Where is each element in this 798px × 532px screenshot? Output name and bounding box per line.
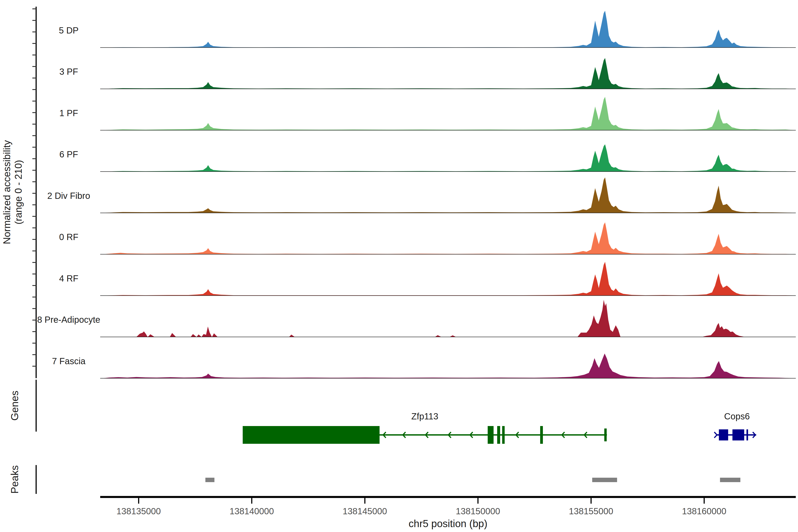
y-axis-label-line2: (range 0 - 210) [13,160,24,224]
x-axis-tick-label: 138150000 [456,506,500,516]
gene-exon [488,426,494,444]
coverage-area [102,222,796,254]
track-label: 5 DP [59,25,79,35]
coverage-area [102,262,796,296]
gene-exon [502,426,505,444]
track-label: 1 PF [59,108,78,118]
gene-models: Zfp113Cops6 [243,412,756,444]
track-label: 4 RF [59,273,78,283]
track-label: 3 PF [59,67,78,76]
gene-strand-arrow [714,432,717,438]
x-axis-tick-label: 138145000 [343,506,387,516]
coverage-area [102,144,796,172]
genes-section-label: Genes [9,391,20,421]
coverage-area [102,177,796,213]
track-label: 7 Fascia [52,356,86,366]
peak-region [592,478,617,482]
y-axis-label-line1: Normalized accessibility [1,140,12,244]
gene-exon [733,430,744,440]
coverage-tracks: 5 DP3 PF1 PF6 PF2 Div Fibro0 RF4 RF8 Pre… [37,11,796,378]
gene-exon [719,430,728,440]
coverage-figure: Normalized accessibility (range 0 - 210)… [0,0,798,532]
gene-label: Cops6 [724,412,750,421]
x-axis-tick-label: 138160000 [682,506,726,516]
x-axis-tick-label: 138140000 [230,506,274,516]
gene-exon [497,426,500,444]
track-label: 8 Pre-Adipocyte [37,315,100,324]
gene-exon [243,426,380,444]
x-axis-tick-label: 138155000 [569,506,613,516]
gene-exon [604,429,607,441]
axis-brackets [32,7,36,494]
x-axis-title: chr5 position (bp) [408,518,487,529]
peak-boxes [206,478,740,482]
gene-exon [540,426,543,444]
x-axis: 1381350001381400001381450001381500001381… [100,497,796,516]
genome-tracks-plot: Normalized accessibility (range 0 - 210)… [0,0,798,532]
coverage-area [102,354,796,378]
coverage-area [102,58,796,89]
coverage-area [102,300,796,337]
coverage-area [102,11,796,48]
peak-region [206,478,214,482]
track-label: 0 RF [59,232,78,242]
gene-label: Zfp113 [412,412,438,421]
track-label: 6 PF [59,149,78,159]
gene-exon [746,430,748,440]
peaks-section-label: Peaks [9,465,20,494]
peak-region [720,478,740,482]
track-label: 2 Div Fibro [47,191,90,201]
x-axis-tick-label: 138135000 [116,506,161,516]
coverage-area [102,97,796,130]
